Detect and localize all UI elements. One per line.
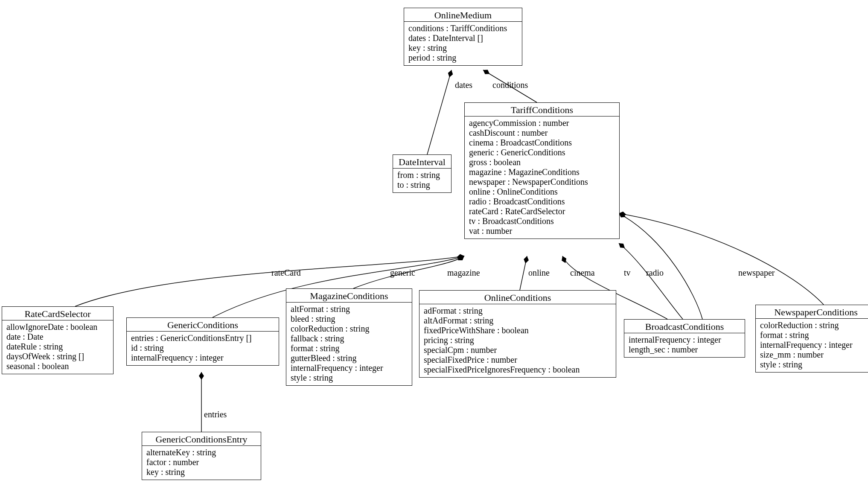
class-attr: internalFrequency : integer — [760, 340, 868, 350]
class-attr: internalFrequency : integer — [131, 353, 274, 363]
class-attr: factor : number — [146, 457, 256, 467]
class-TariffConditions: TariffConditions agencyCommission : numb… — [464, 102, 620, 239]
class-attr: entries : GenericConditionsEntry [] — [131, 333, 274, 343]
edge-label-cinema: cinema — [570, 268, 595, 278]
class-attr: online : OnlineConditions — [469, 187, 615, 197]
class-attr: gross : boolean — [469, 157, 615, 167]
class-attr: seasonal : boolean — [6, 361, 109, 371]
class-attr: internalFrequency : integer — [629, 335, 740, 345]
class-attr: gutterBleed : string — [291, 353, 408, 363]
class-attr: magazine : MagazineConditions — [469, 167, 615, 177]
class-attr: conditions : TariffConditions — [408, 23, 518, 33]
class-BroadcastConditions: BroadcastConditions internalFrequency : … — [624, 319, 745, 358]
edge-label-newspaper: newspaper — [738, 268, 775, 278]
class-attrs: colorReduction : string format : string … — [756, 319, 868, 372]
class-attr: tv : BroadcastConditions — [469, 216, 615, 226]
class-attrs: agencyCommission : number cashDiscount :… — [465, 116, 619, 239]
class-attr: fixedPriceWithShare : boolean — [424, 326, 612, 335]
class-attr: length_sec : number — [629, 345, 740, 355]
class-attrs: internalFrequency : integer length_sec :… — [624, 333, 745, 357]
class-attr: allowIgnoreDate : boolean — [6, 322, 109, 332]
class-attr: fallback : string — [291, 334, 408, 343]
class-attr: pricing : string — [424, 335, 612, 345]
class-attr: format : string — [760, 330, 868, 340]
class-attr: agencyCommission : number — [469, 118, 615, 128]
class-attr: altAdFormat : string — [424, 316, 612, 326]
class-attr: radio : BroadcastConditions — [469, 197, 615, 207]
edge-label-rateCard: rateCard — [271, 268, 301, 278]
class-attrs: allowIgnoreDate : boolean date : Date da… — [2, 320, 113, 374]
class-attr: newspaper : NewspaperConditions — [469, 177, 615, 187]
class-title: RateCardSelector — [2, 307, 113, 320]
class-NewspaperConditions: NewspaperConditions colorReduction : str… — [755, 305, 868, 373]
class-attr: style : string — [291, 373, 408, 383]
class-title: MagazineConditions — [286, 289, 412, 303]
class-attrs: conditions : TariffConditions dates : Da… — [404, 22, 522, 65]
class-attr: from : string — [397, 170, 447, 180]
class-title: TariffConditions — [465, 103, 619, 116]
class-attr: colorReduction : string — [760, 320, 868, 330]
class-attr: specialFixedPrice : number — [424, 355, 612, 365]
edge-label-radio: radio — [646, 268, 664, 278]
class-attr: colorReduction : string — [291, 324, 408, 334]
class-attr: specialFixedPriceIgnoresFrequency : bool… — [424, 365, 612, 375]
class-title: BroadcastConditions — [624, 320, 745, 333]
class-attrs: adFormat : string altAdFormat : string f… — [419, 304, 616, 377]
class-title: NewspaperConditions — [756, 305, 868, 319]
class-attr: date : Date — [6, 332, 109, 342]
class-title: GenericConditionsEntry — [142, 432, 261, 446]
class-title: GenericConditions — [127, 318, 279, 332]
class-attr: size_mm : number — [760, 350, 868, 360]
edge-label-entries: entries — [204, 410, 227, 419]
class-title: DateInterval — [393, 155, 451, 169]
class-attr: rateCard : RateCardSelector — [469, 207, 615, 216]
class-attrs: entries : GenericConditionsEntry [] id :… — [127, 332, 279, 365]
class-attr: adFormat : string — [424, 306, 612, 316]
class-attr: alternateKey : string — [146, 448, 256, 457]
class-attrs: alternateKey : string factor : number ke… — [142, 446, 261, 480]
class-attr: key : string — [146, 467, 256, 477]
class-attr: id : string — [131, 343, 274, 353]
class-attr: vat : number — [469, 226, 615, 236]
class-OnlineMedium: OnlineMedium conditions : TariffConditio… — [404, 8, 522, 66]
class-attr: specialCpm : number — [424, 345, 612, 355]
edge-label-dates: dates — [455, 80, 472, 90]
class-attr: bleed : string — [291, 314, 408, 324]
class-attrs: from : string to : string — [393, 169, 451, 192]
class-attr: cashDiscount : number — [469, 128, 615, 138]
class-OnlineConditions: OnlineConditions adFormat : string altAd… — [419, 290, 616, 378]
edge-label-online: online — [528, 268, 550, 278]
edge-label-tv: tv — [624, 268, 631, 278]
class-GenericConditions: GenericConditions entries : GenericCondi… — [126, 317, 279, 366]
class-attr: daysOfWeek : string [] — [6, 352, 109, 361]
class-attrs: altFormat : string bleed : string colorR… — [286, 303, 412, 385]
class-attr: altFormat : string — [291, 304, 408, 314]
class-attr: to : string — [397, 180, 447, 190]
class-attr: dates : DateInterval [] — [408, 33, 518, 43]
uml-edges — [0, 0, 868, 486]
edge-label-magazine: magazine — [447, 268, 480, 278]
class-RateCardSelector: RateCardSelector allowIgnoreDate : boole… — [2, 306, 114, 374]
class-attr: generic : GenericConditions — [469, 148, 615, 157]
class-title: OnlineMedium — [404, 8, 522, 22]
class-DateInterval: DateInterval from : string to : string — [393, 154, 451, 193]
class-attr: key : string — [408, 43, 518, 53]
class-MagazineConditions: MagazineConditions altFormat : string bl… — [286, 288, 412, 386]
class-attr: internalFrequency : integer — [291, 363, 408, 373]
class-attr: style : string — [760, 360, 868, 370]
class-attr: format : string — [291, 343, 408, 353]
class-GenericConditionsEntry: GenericConditionsEntry alternateKey : st… — [142, 432, 261, 480]
class-title: OnlineConditions — [419, 291, 616, 304]
class-attr: dateRule : string — [6, 342, 109, 352]
edge-label-generic: generic — [390, 268, 415, 278]
class-attr: cinema : BroadcastConditions — [469, 138, 615, 148]
class-attr: period : string — [408, 53, 518, 63]
edge-label-conditions: conditions — [492, 80, 528, 90]
